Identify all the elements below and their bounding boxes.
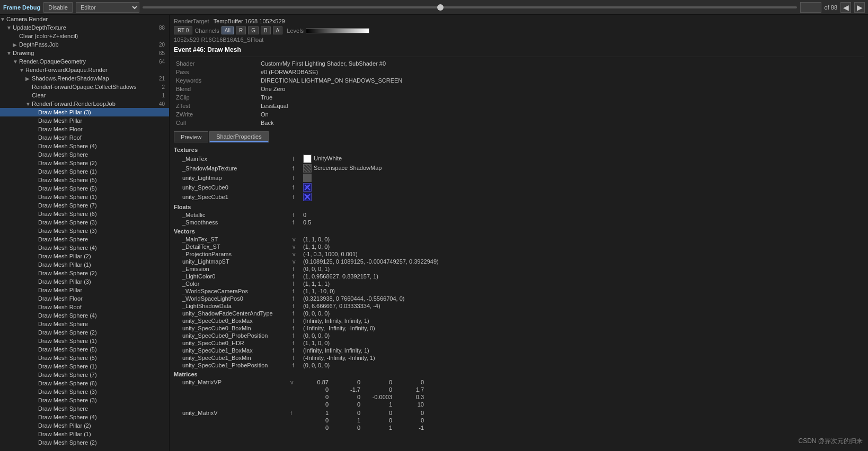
shader-props-tab[interactable]: ShaderProperties <box>209 131 269 142</box>
expand-icon[interactable]: ▶ <box>25 76 31 82</box>
tree-item[interactable]: Draw Mesh Sphere (1) <box>0 362 169 371</box>
matrix-cell: 0 <box>333 424 365 431</box>
expand-icon[interactable]: ▼ <box>13 59 18 65</box>
tree-item[interactable]: Draw Mesh Sphere (3) <box>0 218 169 227</box>
tree-item[interactable]: ▼Drawing65 <box>0 49 169 57</box>
expand-icon[interactable]: ▶ <box>13 42 18 48</box>
tree-item[interactable]: ▼UpdateDepthTexture88 <box>0 23 169 32</box>
tree-item[interactable]: ▼RenderForward.RenderLoopJob40 <box>0 100 169 108</box>
tree-item[interactable]: Draw Mesh Pillar (1) <box>0 430 169 438</box>
speccube1-tex-value <box>301 192 864 202</box>
tree-item[interactable]: Draw Mesh Sphere (3) <box>0 227 169 235</box>
ch-a-button[interactable]: A <box>273 26 283 34</box>
tree-item[interactable]: Draw Mesh Sphere (2) <box>0 438 169 447</box>
tree-item[interactable]: Draw Mesh Sphere (2) <box>0 159 169 167</box>
expand-icon[interactable]: ▼ <box>25 101 31 107</box>
tree-item-label: Drawing <box>13 50 34 56</box>
matrix-cell: 0 <box>365 386 396 393</box>
tree-item[interactable]: Draw Mesh Sphere (5) <box>0 354 169 362</box>
tree-item[interactable]: Draw Mesh Sphere (3) <box>0 396 169 404</box>
tree-item[interactable]: Draw Mesh Floor <box>0 294 169 303</box>
tree-item[interactable]: Draw Mesh Pillar (2) <box>0 252 169 260</box>
tree-item[interactable]: Draw Mesh Sphere (6) <box>0 210 169 218</box>
tree-item[interactable]: Draw Mesh Pillar (3) <box>0 277 169 286</box>
preview-tab[interactable]: Preview <box>174 131 208 142</box>
left-panel: ▼Camera.Render▼UpdateDepthTexture88Clear… <box>0 15 170 451</box>
ch-b-button[interactable]: B <box>261 26 271 34</box>
tree-item[interactable]: Draw Mesh Sphere <box>0 150 169 159</box>
tree-item[interactable]: Draw Mesh Pillar (3) <box>0 108 169 116</box>
ch-g-button[interactable]: G <box>248 26 259 34</box>
tree-item[interactable]: Draw Mesh Sphere (4) <box>0 243 169 252</box>
matrix-type: v <box>290 378 301 408</box>
keywords-label: Keywords <box>174 76 259 85</box>
tree-item[interactable]: Draw Mesh Sphere (1) <box>0 193 169 201</box>
tree-item[interactable]: Draw Mesh Sphere <box>0 404 169 413</box>
shadowmap-type: f <box>290 164 301 173</box>
tree-item[interactable]: Draw Mesh Roof <box>0 303 169 311</box>
tree-item[interactable]: Draw Mesh Sphere (4) <box>0 311 169 320</box>
tree-item[interactable]: Clear (color+Z+stencil) <box>0 32 169 40</box>
maintex-name: _MainTex <box>174 154 290 164</box>
tree-item[interactable]: Draw Mesh Pillar <box>0 116 169 125</box>
tree-item[interactable]: RenderForwardOpaque.CollectShadows2 <box>0 83 169 91</box>
tree-item[interactable]: Draw Mesh Sphere (6) <box>0 379 169 387</box>
tree-item[interactable]: Draw Mesh Roof <box>0 133 169 142</box>
tree-item[interactable]: Draw Mesh Sphere <box>0 235 169 243</box>
event-slider-track[interactable] <box>143 6 797 8</box>
editor-dropdown[interactable]: Editor <box>76 2 139 13</box>
tree-item[interactable]: ▼RenderForwardOpaque.Render <box>0 66 169 74</box>
vector-type: v <box>290 243 301 250</box>
expand-icon[interactable]: ▼ <box>0 16 5 22</box>
matrix-cell: 0 <box>333 393 365 401</box>
tree-item[interactable]: Draw Mesh Sphere (1) <box>0 337 169 345</box>
expand-icon[interactable]: ▼ <box>19 67 24 73</box>
tree-item[interactable]: Draw Mesh Sphere (5) <box>0 345 169 354</box>
tree-item[interactable]: Draw Mesh Sphere (7) <box>0 201 169 210</box>
tree-item[interactable]: Draw Mesh Sphere (2) <box>0 269 169 277</box>
event-number-input[interactable]: 46 <box>800 2 821 13</box>
tree-item[interactable]: Draw Mesh Pillar (2) <box>0 421 169 430</box>
tree-item[interactable]: Clear1 <box>0 91 169 100</box>
vector-name: unity_SpecCube0_BoxMax <box>174 317 290 324</box>
ch-r-button[interactable]: R <box>236 26 246 34</box>
prev-event-button[interactable]: ◀ <box>840 2 851 13</box>
ch-all-button[interactable]: All <box>222 26 234 34</box>
tree-item-label: RenderForward.RenderLoopJob <box>32 101 116 107</box>
tree-item[interactable]: Draw Mesh Sphere (5) <box>0 176 169 184</box>
matrix-cell: 0 <box>301 393 333 401</box>
tree-item[interactable]: Draw Mesh Sphere (2) <box>0 328 169 337</box>
expand-icon[interactable]: ▼ <box>6 50 12 56</box>
disable-button[interactable]: Disable <box>43 2 73 13</box>
tree-item-label: Draw Mesh Pillar (2) <box>38 253 91 259</box>
tree-item[interactable]: ▼Render.OpaqueGeometry64 <box>0 57 169 66</box>
matrix-cell: 0 <box>301 386 333 393</box>
event-slider-thumb[interactable] <box>437 4 444 11</box>
next-event-button[interactable]: ▶ <box>854 2 865 13</box>
vector-name: _Color <box>174 280 290 287</box>
vector-row: _DetailTex_STv(1, 1, 0, 0) <box>174 243 864 250</box>
vector-type: f <box>290 273 301 280</box>
tree-item-label: Draw Mesh Pillar <box>38 118 82 124</box>
tree-item[interactable]: Draw Mesh Sphere <box>0 320 169 328</box>
blend-row: Blend One Zero <box>174 85 864 93</box>
tree-item[interactable]: ▶Shadows.RenderShadowMap21 <box>0 74 169 83</box>
tree-item-label: Draw Mesh Sphere (1) <box>38 363 97 369</box>
vector-value: (0, 0, 0, 1) <box>301 265 864 273</box>
tree-item[interactable]: Draw Mesh Sphere (4) <box>0 413 169 421</box>
tree-item[interactable]: Draw Mesh Sphere (1) <box>0 167 169 176</box>
tree-item[interactable]: Draw Mesh Sphere (7) <box>0 371 169 379</box>
vector-name: _ProjectionParams <box>174 250 290 258</box>
tree-item[interactable]: Draw Mesh Pillar (1) <box>0 260 169 269</box>
tree-item[interactable]: Draw Mesh Floor <box>0 125 169 133</box>
vector-row: unity_SpecCube0_ProbePositionf(0, 0, 0, … <box>174 332 864 339</box>
tree-item[interactable]: ▶DepthPass.Job20 <box>0 40 169 49</box>
tree-item[interactable]: ▼Camera.Render <box>0 15 169 23</box>
tree-item[interactable]: Draw Mesh Sphere (3) <box>0 387 169 396</box>
zwrite-row: ZWrite On <box>174 110 864 119</box>
expand-icon[interactable]: ▼ <box>6 25 12 31</box>
tree-item[interactable]: Draw Mesh Sphere (4) <box>0 142 169 150</box>
metallic-row: _Metallic f 0 <box>174 211 864 219</box>
tree-item[interactable]: Draw Mesh Pillar <box>0 286 169 294</box>
tree-item[interactable]: Draw Mesh Sphere (5) <box>0 184 169 193</box>
